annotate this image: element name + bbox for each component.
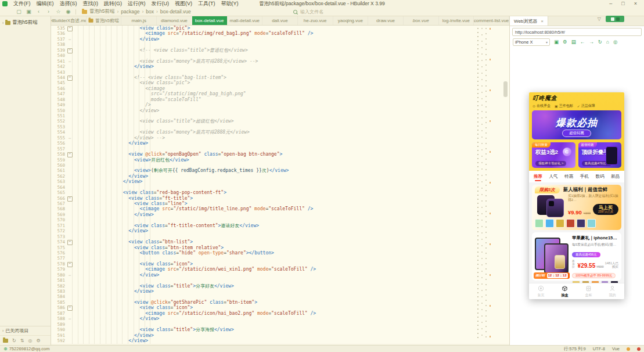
code-line[interactable]: 535− <view class="pic"> <box>51 26 509 31</box>
code-line[interactable]: 584 <box>51 294 509 299</box>
code-line[interactable]: 547 src="/static/img/red_bag_high.png" <box>51 91 509 96</box>
menu-item[interactable]: 发行(U) <box>149 0 172 8</box>
code-line[interactable]: 587 <cimage src="/static/icon/hai_bao2.p… <box>51 311 509 316</box>
code-line[interactable]: 564 <box>51 185 509 190</box>
editor-scrollbar-thumb[interactable] <box>503 81 508 97</box>
code-line[interactable]: 541– <view class="money">最高可得288元</view>… <box>51 59 509 64</box>
category-tab[interactable]: 数码 <box>595 174 604 182</box>
breadcrumb-item[interactable]: box-detail.vue <box>160 9 191 15</box>
product-thumbnail[interactable] <box>545 219 554 228</box>
menu-item[interactable]: 帮助(Y) <box>218 0 242 8</box>
category-tab[interactable]: 手机 <box>580 174 589 182</box>
code-line[interactable]: 560 <box>51 163 509 168</box>
screenshot-icon[interactable]: ▤ <box>571 39 576 45</box>
file-search[interactable]: 输入文件名 <box>292 9 370 15</box>
menu-item[interactable]: 选择(S) <box>57 0 80 8</box>
code-line[interactable]: 590 <view class="title">分享海报</view> <box>51 327 509 332</box>
code-line[interactable]: 567 <view class="line"> <box>51 201 509 206</box>
fold-end-icon[interactable]: – <box>69 136 71 141</box>
code-line[interactable]: 583 </view> <box>51 289 509 294</box>
nav-item-cabinet[interactable]: 盒柜 <box>577 283 600 299</box>
new-file-icon[interactable]: ▢ <box>14 9 24 15</box>
layout-toggle-button[interactable] <box>606 16 624 22</box>
editor-tab[interactable]: comment-list.vue <box>474 16 509 25</box>
notice-icon[interactable] <box>627 347 630 351</box>
menu-item[interactable]: 视图(V) <box>172 0 195 8</box>
code-line[interactable]: 546 <cimage <box>51 86 509 91</box>
breadcrumb-item[interactable]: package <box>121 9 139 15</box>
menu-item[interactable]: 文件(F) <box>10 0 34 8</box>
editor-tab[interactable]: dali.vue <box>262 16 298 25</box>
editor-tab[interactable]: box.vue <box>404 16 439 25</box>
code-line[interactable]: 578− <view class="icon"> <box>51 261 509 267</box>
editor-tab[interactable]: HBuilderX自述.md <box>51 16 87 25</box>
code-line[interactable]: 592 </view> <box>51 338 509 343</box>
devtools-icon[interactable]: ◎ <box>613 39 617 45</box>
back-icon[interactable]: ← <box>580 39 585 45</box>
code-line[interactable]: 551 <box>51 113 509 118</box>
code-line[interactable]: 574− <view class="btn-list"> <box>51 239 509 245</box>
account-info[interactable]: ⊕ 752269812@qq.com <box>3 346 49 351</box>
sync-icon[interactable]: ↻ <box>12 338 16 343</box>
code-line[interactable]: 545 <view class="pic"> <box>51 80 509 85</box>
save-icon[interactable]: ▣ <box>24 9 34 15</box>
code-line[interactable]: 570 <box>51 217 509 222</box>
code-line[interactable]: 542 </view> <box>51 64 509 69</box>
code-line[interactable]: 554 <view class="money">最高可得2888元</view> <box>51 130 509 135</box>
update-icon[interactable] <box>637 347 641 351</box>
fold-end-icon[interactable]: – <box>69 317 71 321</box>
product-thumbnail[interactable] <box>566 219 575 228</box>
close-icon[interactable]: × <box>541 19 544 24</box>
favorite-icon[interactable]: ☆ <box>53 9 63 15</box>
minimize-button[interactable]: – <box>609 0 612 8</box>
device-select[interactable]: iPhone X ▾ <box>513 38 550 46</box>
editor-tab[interactable]: 冒泡h5前端 <box>87 16 122 25</box>
code-line[interactable]: 540 <box>51 53 509 58</box>
url-bar[interactable]: http://localhost:8080/h5/#/ <box>512 28 642 36</box>
breadcrumb-item[interactable]: 冒泡h5前端 <box>89 8 114 15</box>
code-line[interactable]: 558− <view @click="openBagOpen" class="o… <box>51 152 509 157</box>
tab-web-browser[interactable]: Web浏览器 × <box>510 16 548 26</box>
code-line[interactable]: 577 <box>51 256 509 261</box>
code-line[interactable]: 561 <view>(剩余可开{{ redBagConfig.redpack_t… <box>51 168 509 173</box>
folder-icon[interactable] <box>3 339 8 343</box>
code-line[interactable]: 586− <view class="icon"> <box>51 305 509 310</box>
editor-tab[interactable]: main.js <box>121 16 157 25</box>
main-banner[interactable]: 爆款必抽 超值特惠 <box>532 110 621 139</box>
code-line[interactable]: 580– </view> <box>51 272 509 278</box>
code-line[interactable]: 543 <box>51 70 509 75</box>
code-line[interactable]: 591 </view> <box>51 333 509 338</box>
banner-button[interactable]: 超值特惠 <box>562 130 591 137</box>
nav-forward-icon[interactable]: › <box>44 9 53 15</box>
editor-tab[interactable]: yaoqing.vue <box>333 16 369 25</box>
sidebar-item-project[interactable]: › 冒泡h5前端 <box>0 16 51 29</box>
forward-icon[interactable]: → <box>589 39 594 45</box>
buy-now-button[interactable]: 马上买 2597人已买 <box>593 204 618 215</box>
code-line[interactable]: 579 <cimage src="/static/icon/wei_xin1.p… <box>51 267 509 272</box>
menu-item[interactable]: 跳转(G) <box>101 0 125 8</box>
category-tab[interactable]: 新品 <box>611 174 620 182</box>
category-tab[interactable]: 推荐 <box>534 174 542 182</box>
nav-item-home[interactable]: 首页 <box>529 283 553 299</box>
locate-icon[interactable]: ◎ <box>28 338 32 343</box>
code-line[interactable]: 576 <button class="hide" open-type="shar… <box>51 250 509 256</box>
code-line[interactable]: 556 </view> <box>51 141 509 146</box>
product-thumbnail[interactable] <box>577 219 585 228</box>
open-in-browser-icon[interactable]: ▣ <box>554 39 559 45</box>
fold-end-icon[interactable]: – <box>69 37 71 42</box>
code-line[interactable]: 575 <view class="btn-item relative"> <box>51 245 509 250</box>
code-line[interactable]: 565 <view class="red-bag-pop-content-ft"… <box>51 190 509 195</box>
code-line[interactable]: 566− <view class="ft-title"> <box>51 196 509 201</box>
code-line[interactable]: 544− <!-- <view class="bag-list-item"> <box>51 75 509 80</box>
settings-icon[interactable]: ⚙ <box>563 39 567 45</box>
menu-item[interactable]: 查找(I) <box>80 0 102 8</box>
code-line[interactable]: 536 <cimage src="/static/img/red_bag1.pn… <box>51 31 509 36</box>
nav-item-user[interactable]: 我的 <box>600 283 624 299</box>
status-item[interactable]: 行:575 列:9 <box>564 346 586 352</box>
nav-item-box[interactable]: 抽盒 <box>553 283 577 299</box>
category-tab[interactable]: 人气 <box>549 174 558 182</box>
code-line[interactable]: 568 <cimage src="/static/img/title_line.… <box>51 206 509 211</box>
code-line[interactable]: 550 </view> <box>51 108 509 113</box>
run-icon[interactable]: ◉ <box>63 9 73 15</box>
editor-tab[interactable]: draw.vue <box>368 16 404 25</box>
